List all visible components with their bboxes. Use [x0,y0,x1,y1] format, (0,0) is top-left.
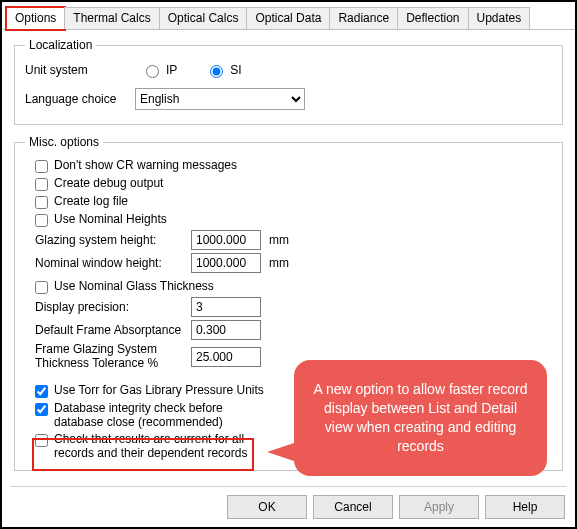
tab-deflection[interactable]: Deflection [397,7,468,29]
apply-button[interactable]: Apply [399,495,479,519]
checkbox-log-file[interactable] [35,196,48,209]
label-nominal-window-height: Nominal window height: [35,256,185,270]
checkbox-torr-units[interactable] [35,385,48,398]
label-thickness-tolerance: Frame Glazing System Thickness Tolerance… [35,343,185,371]
label-display-precision: Display precision: [35,300,185,314]
group-localization: Localization Unit system IP SI Language … [14,38,563,125]
tab-optical-data[interactable]: Optical Data [246,7,330,29]
help-button[interactable]: Help [485,495,565,519]
label-language: Language choice [25,92,135,106]
tab-strip: Options Thermal Calcs Optical Calcs Opti… [2,2,575,30]
radio-si-label: SI [230,63,241,77]
unit-glazing-height: mm [269,233,289,247]
input-glazing-height[interactable] [191,230,261,250]
checkbox-check-results-current[interactable] [35,434,48,447]
tab-thermal-calcs[interactable]: Thermal Calcs [64,7,159,29]
radio-si[interactable]: SI [205,62,241,78]
label-log-file: Create log file [54,194,128,208]
unit-nominal-window-height: mm [269,256,289,270]
input-frame-absorptance[interactable] [191,320,261,340]
checkbox-debug-output[interactable] [35,178,48,191]
annotation-callout-text: A new option to allow faster record disp… [310,380,531,456]
label-db-integrity: Database integrity check before database… [54,401,264,429]
checkbox-db-integrity[interactable] [35,403,48,416]
legend-misc: Misc. options [25,135,103,149]
label-glazing-height: Glazing system height: [35,233,185,247]
radio-group-unit-system: IP SI [141,62,242,78]
checkbox-nominal-heights[interactable] [35,214,48,227]
radio-ip[interactable]: IP [141,62,177,78]
ok-button[interactable]: OK [227,495,307,519]
annotation-callout: A new option to allow faster record disp… [294,360,547,476]
radio-ip-label: IP [166,63,177,77]
dialog-separator [10,486,567,487]
label-torr-units: Use Torr for Gas Library Pressure Units [54,383,264,397]
tab-optical-calcs[interactable]: Optical Calcs [159,7,248,29]
tab-options[interactable]: Options [6,7,65,30]
checkbox-cr-warning[interactable] [35,160,48,173]
radio-si-input[interactable] [210,65,223,78]
label-nominal-heights: Use Nominal Heights [54,212,167,226]
input-nominal-window-height[interactable] [191,253,261,273]
tab-radiance[interactable]: Radiance [329,7,398,29]
input-thickness-tolerance[interactable] [191,347,261,367]
label-nominal-glass: Use Nominal Glass Thickness [54,279,214,293]
annotation-callout-tail [267,442,297,462]
label-check-results-current: Check that results are current for all r… [54,432,264,460]
radio-ip-input[interactable] [146,65,159,78]
label-frame-absorptance: Default Frame Absorptance [35,323,185,337]
label-unit-system: Unit system [25,63,135,77]
dialog-button-row: OK Cancel Apply Help [227,495,565,519]
input-display-precision[interactable] [191,297,261,317]
cancel-button[interactable]: Cancel [313,495,393,519]
legend-localization: Localization [25,38,96,52]
select-language[interactable]: English [135,88,305,110]
label-debug-output: Create debug output [54,176,163,190]
label-cr-warning: Don't show CR warning messages [54,158,237,172]
checkbox-nominal-glass[interactable] [35,281,48,294]
tab-updates[interactable]: Updates [468,7,531,29]
